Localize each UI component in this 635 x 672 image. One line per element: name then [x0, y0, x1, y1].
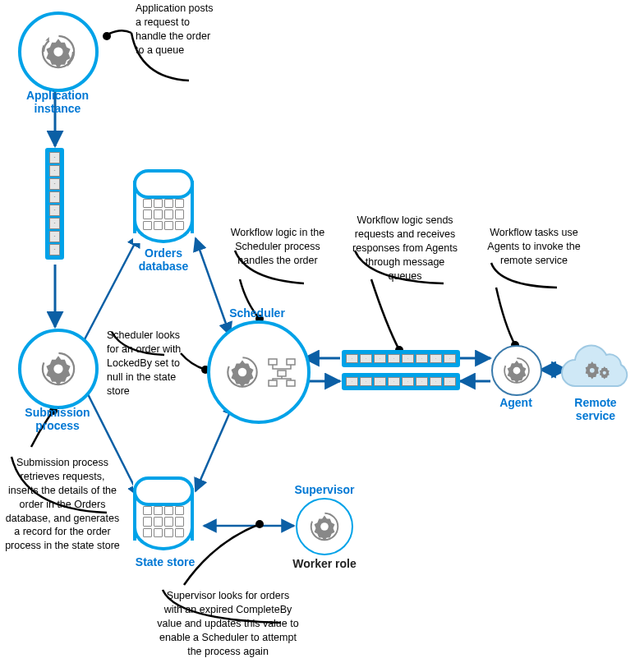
svg-point-36	[603, 371, 606, 375]
svg-point-13	[103, 32, 111, 40]
node-remote-service	[557, 342, 635, 398]
envelope-icon	[388, 377, 400, 386]
svg-rect-30	[278, 371, 286, 376]
svg-point-21	[53, 47, 62, 56]
label-agent: Agent	[491, 396, 541, 409]
callout-application-instance: Application posts a request to handle th…	[136, 2, 218, 58]
envelope-icon	[49, 165, 60, 177]
label-state-store: State store	[128, 555, 202, 568]
svg-point-34	[513, 367, 521, 375]
label-submission-process: Submission process	[8, 406, 107, 432]
envelope-icon	[49, 191, 60, 203]
svg-rect-29	[287, 359, 295, 365]
svg-marker-23	[67, 63, 71, 67]
label-application-instance: Application instance	[12, 89, 103, 115]
svg-rect-28	[269, 359, 277, 365]
callout-submission: Submission process retrieves requests, i…	[5, 456, 120, 553]
svg-point-27	[238, 368, 246, 376]
envelope-icon	[374, 377, 386, 386]
gear-icon	[36, 30, 81, 74]
grid-icon	[143, 506, 184, 537]
label-remote-service: Remote service	[559, 396, 633, 422]
svg-point-35	[590, 368, 595, 373]
node-scheduler	[207, 320, 311, 424]
envelope-icon	[49, 231, 60, 242]
queue-app-to-submission	[45, 148, 64, 260]
svg-rect-31	[269, 380, 277, 386]
node-orders-database	[133, 169, 194, 243]
envelope-icon	[49, 205, 60, 216]
gear-icon	[499, 353, 534, 388]
gear-icon	[36, 347, 81, 391]
workflow-icon	[265, 356, 298, 389]
grid-icon	[143, 199, 184, 230]
envelope-icon	[444, 377, 456, 386]
gear-icon	[306, 508, 343, 545]
envelope-icon	[360, 354, 372, 363]
envelope-icon	[402, 377, 414, 386]
svg-line-5	[196, 238, 230, 335]
gear-icon	[222, 352, 263, 393]
node-agent	[491, 345, 542, 396]
envelope-icon	[360, 377, 372, 386]
callout-scheduler-logic: Workflow logic in the Scheduler process …	[228, 226, 327, 268]
envelope-icon	[402, 354, 414, 363]
queue-agent-to-scheduler	[342, 373, 460, 390]
svg-line-6	[196, 403, 234, 491]
envelope-icon	[430, 377, 442, 386]
queue-scheduler-to-agent	[342, 350, 460, 367]
label-orders-database: Orders database	[127, 246, 200, 273]
envelope-icon	[416, 354, 428, 363]
envelope-icon	[416, 377, 428, 386]
svg-point-25	[53, 364, 62, 373]
svg-marker-22	[45, 37, 49, 41]
envelope-icon	[49, 218, 60, 229]
label-scheduler: Scheduler	[222, 306, 292, 320]
callout-agent: Workflow tasks use Agents to invoke the …	[485, 226, 583, 268]
svg-point-38	[320, 522, 329, 531]
envelope-icon	[49, 152, 60, 163]
callout-supervisor: Supervisor looks for orders with an expi…	[156, 589, 300, 658]
envelope-icon	[388, 354, 400, 363]
envelope-icon	[346, 377, 358, 386]
architecture-diagram: Application instance Submission process …	[0, 0, 635, 672]
label-supervisor: Supervisor	[288, 483, 361, 496]
svg-rect-32	[287, 380, 295, 386]
svg-point-19	[255, 520, 264, 528]
node-application-instance	[18, 12, 99, 92]
callout-scheduler-lookup: Scheduler looks for an order with Locked…	[107, 329, 193, 398]
envelope-icon	[49, 244, 60, 255]
envelope-icon	[374, 354, 386, 363]
cloud-icon	[557, 342, 635, 398]
envelope-icon	[346, 354, 358, 363]
envelope-icon	[430, 354, 442, 363]
envelope-icon	[49, 178, 60, 190]
node-submission-process	[18, 329, 99, 409]
node-state-store	[133, 476, 194, 550]
callout-scheduler-queue: Workflow logic sends requests and receiv…	[347, 214, 462, 283]
envelope-icon	[444, 354, 456, 363]
node-supervisor	[296, 498, 353, 555]
label-worker-role: Worker role	[283, 557, 366, 570]
